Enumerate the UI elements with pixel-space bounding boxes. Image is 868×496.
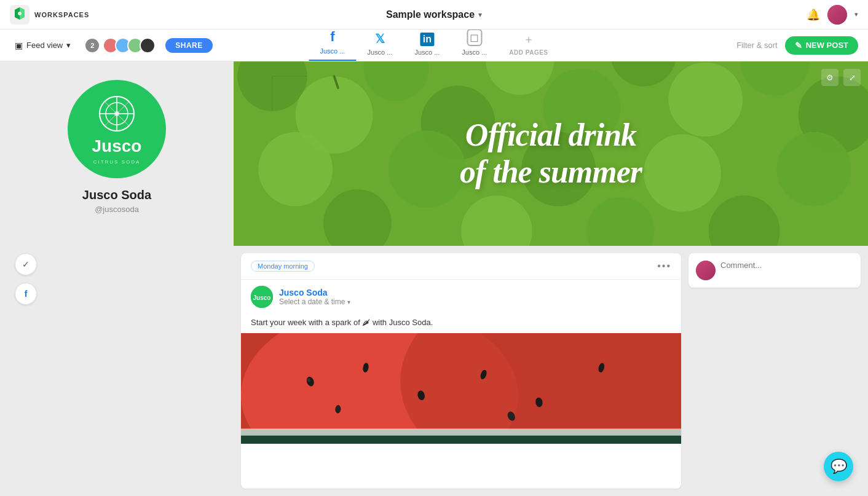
post-author-name[interactable]: Jusco Soda — [279, 288, 350, 297]
collab-avatar-4 — [140, 37, 156, 53]
svg-rect-40 — [241, 428, 681, 435]
toolbar-right: Filter & sort ✎ NEW POST — [736, 36, 858, 55]
hero-text: Official drinkof the summer — [234, 61, 868, 246]
facebook-action-button[interactable]: f — [15, 283, 37, 305]
notifications-bell-icon[interactable]: 🔔 — [807, 8, 820, 22]
top-navigation: WORKSPACES Sample workspace ▾ 🔔 ▾ — [0, 0, 868, 30]
twitter-icon: 𝕏 — [375, 31, 385, 46]
banner-controls: ⚙ ⤢ — [821, 69, 861, 86]
chat-icon: 💬 — [831, 459, 847, 474]
banner-settings-button[interactable]: ⚙ — [821, 69, 838, 86]
collaborator-avatars — [100, 37, 156, 53]
hero-banner: Official drinkof the summer ⚙ ⤢ — [234, 61, 868, 246]
toolbar-left: ▣ Feed view ▾ 2 SHARE — [10, 37, 213, 53]
facebook-small-icon: f — [25, 289, 28, 299]
watermelon-background — [241, 333, 681, 444]
center-content: Official drinkof the summer ⚙ ⤢ Monday m… — [234, 61, 868, 496]
left-sidebar: ✓ f Jusco CITRUS SODA — [0, 61, 234, 496]
post-meta-info: Jusco Soda Select a date & time ▾ — [279, 288, 350, 306]
brand-name: Jusco Soda — [82, 188, 151, 202]
main-content: ✓ f Jusco CITRUS SODA — [0, 61, 868, 496]
post-more-button[interactable]: ••• — [657, 261, 671, 272]
post-time-selector[interactable]: Select a date & time ▾ — [279, 297, 350, 306]
tab-facebook[interactable]: f Jusco ... — [309, 30, 356, 61]
user-menu-chevron-icon[interactable]: ▾ — [854, 10, 858, 18]
social-tabs: f Jusco ... 𝕏 Jusco ... in Jusco ... ◻ J… — [309, 30, 559, 61]
brand-logo: Jusco CITRUS SODA — [68, 80, 166, 178]
brand-handle: @juscosoda — [95, 205, 139, 214]
second-navigation: ▣ Feed view ▾ 2 SHARE f Jusco ... 𝕏 Jusc… — [0, 30, 868, 61]
feed-view-toggle[interactable]: ▣ Feed view ▾ — [10, 38, 76, 53]
post-time-chevron-icon: ▾ — [347, 299, 350, 305]
app-logo-icon[interactable] — [10, 5, 30, 25]
comment-input[interactable] — [720, 261, 853, 270]
brand-logo-inner: Jusco CITRUS SODA — [92, 92, 142, 166]
svg-text:Jusco: Jusco — [253, 294, 271, 301]
post-card: Monday morning ••• Jusco Jusco Soda Sele… — [241, 253, 681, 489]
tab-instagram[interactable]: ◻ Jusco ... — [451, 30, 498, 61]
tab-linkedin[interactable]: in Jusco ... — [403, 30, 451, 61]
post-card-header: Monday morning ••• — [241, 253, 681, 280]
svg-point-1 — [18, 12, 22, 15]
add-pages-icon: ＋ — [523, 32, 534, 47]
filter-sort-button[interactable]: Filter & sort — [736, 41, 777, 50]
tab-twitter[interactable]: 𝕏 Jusco ... — [356, 30, 403, 61]
gear-icon: ⚙ — [826, 73, 834, 82]
brand-logo-text: Jusco — [92, 138, 142, 155]
post-area: Monday morning ••• Jusco Jusco Soda Sele… — [234, 246, 868, 496]
collaborators-area: 2 — [85, 37, 156, 53]
workspaces-label: WORKSPACES — [34, 11, 89, 18]
new-post-pencil-icon: ✎ — [795, 41, 802, 50]
linkedin-icon: in — [420, 33, 434, 46]
post-meta: Jusco Jusco Soda Select a date & time ▾ — [241, 280, 681, 314]
share-button[interactable]: SHARE — [165, 38, 213, 53]
workspace-title-area[interactable]: Sample workspace ▾ — [386, 9, 482, 20]
sidebar-actions: ✓ f — [15, 253, 37, 305]
banner-expand-button[interactable]: ⤢ — [843, 69, 861, 86]
collaborator-count: 2 — [85, 39, 99, 52]
watermelon-svg — [241, 333, 681, 444]
workspace-dropdown-arrow: ▾ — [478, 10, 482, 19]
feed-view-label: Feed view — [26, 41, 63, 50]
post-text-content: Start your week with a spark of 🌶 with J… — [241, 314, 681, 333]
svg-point-37 — [400, 333, 681, 444]
brand-citrus-icon — [95, 92, 138, 135]
svg-point-8 — [114, 111, 119, 116]
feed-view-icon: ▣ — [15, 41, 23, 50]
tab-linkedin-label: Jusco ... — [414, 49, 440, 56]
user-avatar[interactable] — [827, 5, 847, 25]
chat-bubble-button[interactable]: 💬 — [824, 452, 853, 481]
svg-rect-39 — [241, 436, 681, 444]
check-icon: ✓ — [22, 259, 30, 269]
comment-panel — [688, 253, 861, 288]
add-pages-label: ADD PAGES — [509, 49, 548, 56]
check-action-button[interactable]: ✓ — [15, 253, 37, 275]
workspace-title: Sample workspace — [386, 9, 475, 20]
nav-left: WORKSPACES — [10, 5, 89, 25]
instagram-icon: ◻ — [467, 29, 482, 46]
post-time-label: Select a date & time — [279, 297, 345, 306]
comment-user-avatar — [696, 261, 716, 280]
expand-icon: ⤢ — [849, 73, 856, 82]
post-image — [241, 333, 681, 444]
tab-facebook-label: Jusco ... — [320, 47, 345, 55]
post-author-avatar: Jusco — [251, 286, 273, 308]
tab-twitter-label: Jusco ... — [367, 49, 392, 56]
brand-citrus-text: CITRUS SODA — [93, 159, 141, 165]
feed-view-arrow-icon: ▾ — [66, 41, 71, 50]
add-pages-tab[interactable]: ＋ ADD PAGES — [498, 30, 559, 61]
new-post-label: NEW POST — [806, 41, 848, 50]
tab-instagram-label: Jusco ... — [462, 49, 487, 56]
post-tag: Monday morning — [251, 261, 315, 272]
nav-right: 🔔 ▾ — [807, 5, 858, 25]
new-post-button[interactable]: ✎ NEW POST — [785, 36, 858, 55]
facebook-icon: f — [330, 29, 334, 45]
